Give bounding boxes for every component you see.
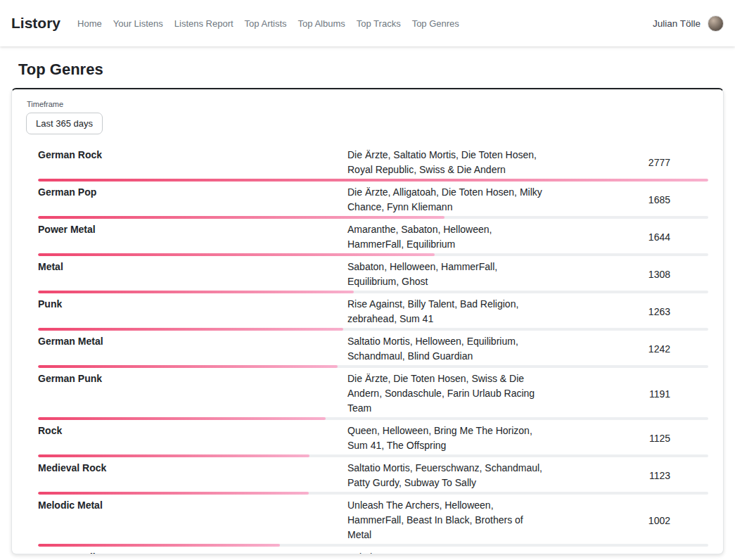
genre-bar-track: [38, 492, 708, 495]
genre-count: 1685: [549, 194, 708, 205]
genre-bar-track: [38, 216, 708, 219]
genre-artists: Die Ärzte, Die Toten Hosen, Swiss & Die …: [347, 371, 549, 416]
genre-bar-fill: [38, 544, 280, 547]
genre-name: Melodic Metal: [38, 498, 347, 513]
genre-bar-track: [38, 365, 708, 368]
genre-name: Rock: [38, 424, 347, 438]
nav-item-top-artists[interactable]: Top Artists: [239, 14, 293, 33]
genre-count: 2777: [549, 157, 708, 168]
nav-item-top-tracks[interactable]: Top Tracks: [351, 14, 407, 33]
genre-bar-track: [38, 544, 708, 547]
top-genres-card: Timeframe Last 365 days German RockDie Ä…: [11, 88, 724, 554]
genre-artists: Bukahara, Käptn Peng, KYTES, Von Wegen L…: [347, 550, 549, 554]
user-name: Julian Tölle: [653, 18, 701, 29]
genre-name: Power Metal: [38, 222, 347, 237]
timeframe-select[interactable]: Last 365 days: [26, 113, 103, 134]
genre-row: PunkRise Against, Billy Talent, Bad Reli…: [38, 295, 708, 331]
nav-item-your-listens[interactable]: Your Listens: [108, 14, 169, 33]
app-logo[interactable]: Listory: [11, 15, 60, 32]
genre-count: 1123: [549, 470, 708, 481]
genre-bar-track: [38, 328, 708, 331]
genre-bar-track: [38, 454, 708, 457]
genre-count: 1125: [549, 433, 708, 444]
top-bar: Listory HomeYour ListensListens ReportTo…: [0, 0, 735, 46]
nav-item-top-genres[interactable]: Top Genres: [407, 14, 465, 33]
genre-name: German Punk: [38, 371, 347, 386]
genre-bar-fill: [38, 328, 343, 331]
genre-name: German Indie: [38, 550, 347, 554]
nav-item-top-albums[interactable]: Top Albums: [293, 14, 351, 33]
genre-bar-fill: [38, 216, 445, 219]
genre-row: Medieval RockSaltatio Mortis, Feuerschwa…: [38, 459, 708, 495]
genre-bar-fill: [38, 291, 354, 293]
genre-bar-fill: [38, 417, 326, 420]
genre-name: German Pop: [38, 185, 347, 200]
genre-artists: Saltatio Mortis, Helloween, Equilibrium,…: [347, 334, 549, 364]
genre-row: Melodic MetalUnleash The Archers, Hellow…: [38, 497, 708, 547]
genre-row: MetalSabaton, Helloween, HammerFall, Equ…: [38, 258, 708, 293]
genre-row: RockQueen, Helloween, Bring Me The Horiz…: [38, 422, 708, 457]
genre-bar-fill: [38, 179, 708, 182]
genre-artists: Sabaton, Helloween, HammerFall, Equilibr…: [347, 260, 549, 289]
genre-artists: Saltatio Mortis, Feuerschwanz, Schandmau…: [347, 461, 549, 490]
genre-count: 1002: [549, 515, 708, 526]
genre-bar-fill: [38, 253, 435, 256]
genre-bar-fill: [38, 454, 309, 457]
genre-row: German IndieBukahara, Käptn Peng, KYTES,…: [38, 549, 708, 554]
genre-row: German RockDie Ärzte, Saltatio Mortis, D…: [38, 146, 708, 182]
genre-artists: Amaranthe, Sabaton, Helloween, HammerFal…: [347, 222, 549, 252]
genre-count: 1263: [549, 306, 708, 317]
genre-artists: Queen, Helloween, Bring Me The Horizon, …: [347, 424, 549, 453]
genre-count: 1242: [549, 343, 708, 355]
genre-name: German Metal: [38, 334, 347, 349]
genre-artists: Die Ärzte, Saltatio Mortis, Die Toten Ho…: [347, 148, 549, 177]
timeframe-label: Timeframe: [27, 100, 709, 108]
genre-bar-fill: [38, 492, 309, 495]
user-avatar[interactable]: [708, 15, 724, 32]
genre-artists: Rise Against, Billy Talent, Bad Religion…: [347, 297, 549, 326]
genre-bar-track: [38, 291, 708, 293]
genre-bar-track: [38, 253, 708, 256]
nav-item-home[interactable]: Home: [72, 14, 108, 33]
genre-row: German PopDie Ärzte, Alligatoah, Die Tot…: [38, 184, 708, 219]
user-menu[interactable]: Julian Tölle: [653, 15, 724, 32]
main-nav: HomeYour ListensListens ReportTop Artist…: [72, 14, 465, 33]
genre-row: German MetalSaltatio Mortis, Helloween, …: [38, 333, 708, 368]
genre-name: Metal: [38, 260, 347, 274]
genre-list: German RockDie Ärzte, Saltatio Mortis, D…: [26, 146, 709, 554]
genre-count: 1308: [549, 269, 708, 280]
genre-bar-track: [38, 179, 708, 182]
genre-name: Medieval Rock: [38, 461, 347, 476]
genre-count: 1191: [549, 388, 708, 400]
genre-name: German Rock: [38, 148, 347, 163]
genre-bar-track: [38, 417, 708, 420]
nav-item-listens-report[interactable]: Listens Report: [169, 14, 239, 33]
genre-artists: Die Ärzte, Alligatoah, Die Toten Hosen, …: [347, 185, 549, 215]
page-title: Top Genres: [18, 61, 735, 79]
genre-count: 1644: [549, 231, 708, 243]
genre-artists: Unleash The Archers, Helloween, HammerFa…: [347, 498, 549, 542]
genre-name: Punk: [38, 297, 347, 312]
genre-row: Power MetalAmaranthe, Sabaton, Helloween…: [38, 221, 708, 256]
genre-row: German PunkDie Ärzte, Die Toten Hosen, S…: [38, 370, 708, 420]
genre-bar-fill: [38, 365, 338, 368]
